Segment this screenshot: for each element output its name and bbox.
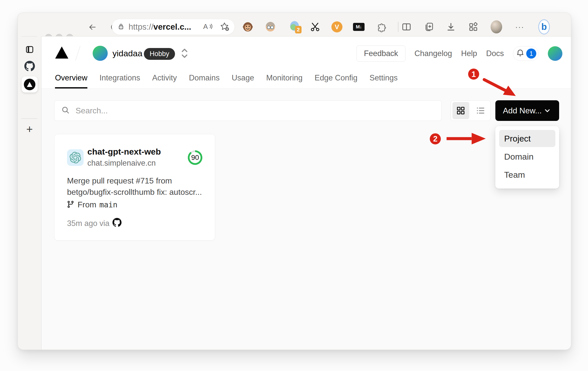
url-text: https://vercel.c... — [129, 22, 191, 32]
v-extension-icon[interactable]: V — [331, 21, 343, 33]
project-name: chat-gpt-next-web — [87, 147, 161, 157]
tab-overview[interactable]: Overview — [55, 73, 87, 88]
bing-chat-icon[interactable]: b — [538, 21, 550, 33]
dropdown-item-team[interactable]: Team — [499, 166, 555, 183]
team-switcher-icon[interactable] — [180, 46, 190, 61]
collections-icon[interactable] — [423, 21, 435, 33]
browser-sidebar: + — [18, 36, 41, 350]
tab-edge-config[interactable]: Edge Config — [315, 73, 358, 88]
url-domain: vercel.c... — [153, 22, 191, 31]
project-card[interactable]: chat-gpt-next-web chat.simplenaive.cn 90… — [54, 134, 215, 241]
more-menu-dots: ··· — [515, 23, 524, 31]
tab-usage[interactable]: Usage — [232, 73, 254, 88]
avatar-extension-icon[interactable] — [265, 21, 276, 33]
breadcrumb-slash — [75, 46, 80, 61]
commit-message: Merge pull request #715 from betgo/bugfi… — [67, 175, 204, 199]
address-bar[interactable]: https://vercel.c... A — [112, 19, 235, 35]
git-branch-icon — [67, 200, 75, 209]
notification-count-badge: 1 — [526, 49, 536, 59]
lighthouse-score-ring: 90 — [188, 150, 202, 165]
svg-text:A: A — [203, 23, 208, 30]
extension-badge: 2 — [295, 26, 302, 33]
downloads-icon[interactable] — [445, 21, 457, 33]
tab-activity[interactable]: Activity — [152, 73, 177, 88]
notifications-button[interactable]: 1 — [513, 46, 539, 61]
view-mode-toggle — [451, 100, 491, 121]
project-search[interactable] — [54, 100, 442, 121]
github-sidebar-icon[interactable] — [24, 61, 35, 71]
deploy-time: 35m ago via — [67, 219, 109, 228]
dashboard-header: yidadaa Hobby Feedback Changelog Help Do… — [41, 36, 571, 89]
help-link[interactable]: Help — [461, 49, 477, 58]
back-icon[interactable] — [88, 23, 97, 31]
project-domain[interactable]: chat.simplenaive.cn — [87, 159, 156, 168]
vercel-site-icon — [24, 79, 35, 90]
extensions-puzzle-icon[interactable] — [376, 21, 387, 33]
new-item-plus-icon[interactable]: + — [26, 124, 33, 135]
branch-name: main — [99, 200, 117, 209]
dropdown-item-project[interactable]: Project — [499, 130, 555, 147]
docs-link[interactable]: Docs — [486, 49, 504, 58]
team-avatar[interactable] — [93, 46, 108, 61]
url-scheme: https:// — [129, 22, 153, 31]
branch-from-label: From — [78, 200, 96, 209]
browser-window: https://vercel.c... A 2 V — [18, 13, 571, 350]
feedback-button[interactable]: Feedback — [357, 45, 405, 62]
dropdown-item-domain[interactable]: Domain — [499, 148, 555, 165]
tampermonkey-extension-icon[interactable] — [242, 21, 254, 33]
sidebar-divider — [21, 118, 37, 119]
dashboard-tabs: Overview Integrations Activity Domains U… — [55, 73, 398, 88]
add-new-button[interactable]: Add New... — [495, 100, 559, 121]
chevron-down-icon — [543, 106, 552, 115]
bing-logo: b — [538, 19, 550, 34]
split-screen-icon[interactable] — [401, 21, 412, 33]
tab-domains[interactable]: Domains — [189, 73, 219, 88]
list-view-button[interactable] — [472, 102, 489, 119]
tab-integrations[interactable]: Integrations — [99, 73, 140, 88]
grid-view-button[interactable] — [452, 102, 469, 119]
lock-icon — [117, 22, 125, 32]
v-extension-label: V — [331, 21, 342, 32]
toolbar-divider — [398, 22, 398, 32]
github-icon — [112, 218, 122, 229]
browser-toolbar: https://vercel.c... A 2 V — [18, 13, 571, 36]
search-icon — [61, 106, 70, 116]
apps-launcher-icon[interactable] — [467, 21, 479, 33]
user-avatar[interactable] — [548, 46, 562, 61]
cookie-extension-icon[interactable]: 2 — [289, 21, 300, 33]
scissors-extension-icon[interactable] — [309, 21, 321, 33]
add-new-label: Add New... — [503, 106, 542, 115]
markdown-extension-label: M↓ — [353, 23, 365, 31]
vercel-pinned-site[interactable] — [22, 76, 38, 92]
tab-monitoring[interactable]: Monitoring — [266, 73, 303, 88]
sidebar-toggle-icon[interactable] — [25, 45, 35, 54]
changelog-link[interactable]: Changelog — [415, 49, 452, 58]
openai-project-icon — [67, 149, 84, 166]
more-menu-icon[interactable]: ··· — [514, 21, 525, 33]
plan-badge: Hobby — [144, 48, 175, 60]
favorite-star-icon[interactable] — [219, 21, 229, 32]
deploy-time-row: 35m ago via — [67, 218, 122, 229]
markdown-extension-icon[interactable]: M↓ — [353, 21, 365, 33]
browser-profile-avatar[interactable] — [491, 21, 502, 33]
bell-icon — [515, 48, 525, 59]
vercel-dashboard: yidadaa Hobby Feedback Changelog Help Do… — [41, 36, 571, 350]
read-aloud-icon[interactable]: A — [203, 22, 213, 32]
tab-settings[interactable]: Settings — [370, 73, 398, 88]
lighthouse-score: 90 — [190, 152, 201, 163]
branch-row: From main — [67, 200, 117, 209]
add-new-dropdown: Project Domain Team — [495, 126, 559, 189]
vercel-logo-icon[interactable] — [55, 47, 69, 60]
team-name[interactable]: yidadaa — [112, 49, 142, 58]
search-input[interactable] — [76, 106, 435, 115]
